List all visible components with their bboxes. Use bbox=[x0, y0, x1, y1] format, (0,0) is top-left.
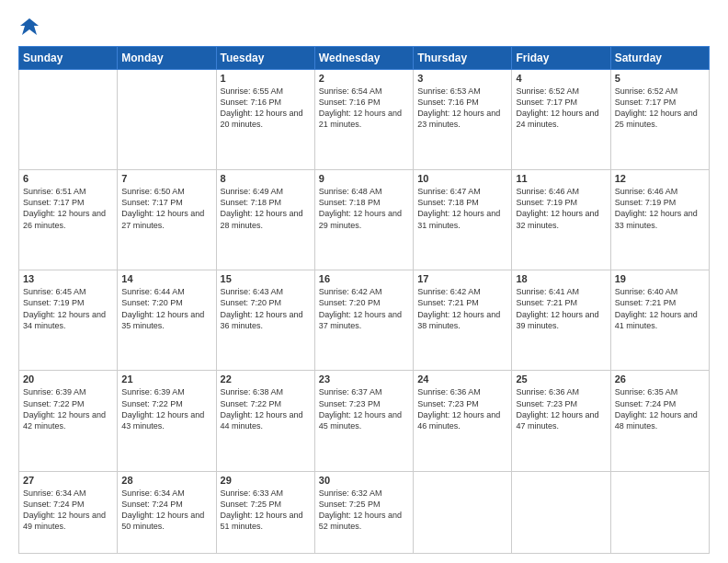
day-info: Sunrise: 6:52 AM Sunset: 7:17 PM Dayligh… bbox=[516, 86, 606, 131]
calendar-cell: 5Sunrise: 6:52 AM Sunset: 7:17 PM Daylig… bbox=[610, 70, 709, 170]
day-info: Sunrise: 6:47 AM Sunset: 7:18 PM Dayligh… bbox=[417, 186, 507, 231]
calendar-cell: 11Sunrise: 6:46 AM Sunset: 7:19 PM Dayli… bbox=[512, 170, 610, 270]
day-info: Sunrise: 6:53 AM Sunset: 7:16 PM Dayligh… bbox=[417, 86, 507, 131]
day-number: 28 bbox=[121, 475, 211, 486]
day-info: Sunrise: 6:40 AM Sunset: 7:21 PM Dayligh… bbox=[615, 286, 705, 331]
week-row-5: 27Sunrise: 6:34 AM Sunset: 7:24 PM Dayli… bbox=[19, 471, 710, 553]
calendar-cell: 24Sunrise: 6:36 AM Sunset: 7:23 PM Dayli… bbox=[414, 371, 512, 471]
day-info: Sunrise: 6:44 AM Sunset: 7:20 PM Dayligh… bbox=[121, 286, 211, 331]
calendar-cell bbox=[414, 471, 512, 553]
day-number: 25 bbox=[516, 373, 606, 385]
day-number: 30 bbox=[319, 475, 409, 486]
calendar-cell bbox=[118, 70, 216, 170]
day-number: 19 bbox=[615, 273, 705, 284]
weekday-header-thursday: Thursday bbox=[414, 47, 512, 70]
weekday-header-monday: Monday bbox=[118, 47, 216, 70]
calendar-cell bbox=[610, 471, 709, 553]
day-info: Sunrise: 6:38 AM Sunset: 7:22 PM Dayligh… bbox=[221, 386, 311, 431]
day-number: 18 bbox=[516, 273, 606, 284]
day-info: Sunrise: 6:41 AM Sunset: 7:21 PM Dayligh… bbox=[516, 286, 606, 331]
week-row-1: 1Sunrise: 6:55 AM Sunset: 7:16 PM Daylig… bbox=[19, 70, 710, 170]
day-number: 11 bbox=[516, 173, 606, 184]
calendar-cell: 18Sunrise: 6:41 AM Sunset: 7:21 PM Dayli… bbox=[512, 270, 610, 371]
day-info: Sunrise: 6:33 AM Sunset: 7:25 PM Dayligh… bbox=[221, 488, 311, 533]
day-info: Sunrise: 6:46 AM Sunset: 7:19 PM Dayligh… bbox=[615, 186, 705, 231]
day-number: 21 bbox=[121, 373, 211, 385]
day-number: 22 bbox=[221, 373, 311, 385]
calendar-cell: 30Sunrise: 6:32 AM Sunset: 7:25 PM Dayli… bbox=[314, 471, 413, 553]
day-info: Sunrise: 6:32 AM Sunset: 7:25 PM Dayligh… bbox=[319, 488, 409, 533]
weekday-header-tuesday: Tuesday bbox=[216, 47, 314, 70]
day-info: Sunrise: 6:46 AM Sunset: 7:19 PM Dayligh… bbox=[516, 186, 606, 231]
day-number: 26 bbox=[615, 373, 705, 385]
day-number: 16 bbox=[319, 273, 409, 284]
calendar-table: SundayMondayTuesdayWednesdayThursdayFrid… bbox=[18, 46, 710, 554]
weekday-header-row: SundayMondayTuesdayWednesdayThursdayFrid… bbox=[19, 47, 710, 70]
day-number: 8 bbox=[221, 173, 311, 184]
calendar-cell: 6Sunrise: 6:51 AM Sunset: 7:17 PM Daylig… bbox=[19, 170, 118, 270]
day-number: 14 bbox=[121, 273, 211, 284]
day-info: Sunrise: 6:37 AM Sunset: 7:23 PM Dayligh… bbox=[319, 386, 409, 431]
calendar-cell: 23Sunrise: 6:37 AM Sunset: 7:23 PM Dayli… bbox=[314, 371, 413, 471]
logo bbox=[18, 17, 39, 37]
day-number: 9 bbox=[319, 173, 409, 184]
day-info: Sunrise: 6:51 AM Sunset: 7:17 PM Dayligh… bbox=[23, 186, 113, 231]
calendar-cell: 29Sunrise: 6:33 AM Sunset: 7:25 PM Dayli… bbox=[216, 471, 314, 553]
calendar-cell: 26Sunrise: 6:35 AM Sunset: 7:24 PM Dayli… bbox=[610, 371, 709, 471]
day-info: Sunrise: 6:52 AM Sunset: 7:17 PM Dayligh… bbox=[615, 86, 705, 131]
calendar-cell: 21Sunrise: 6:39 AM Sunset: 7:22 PM Dayli… bbox=[118, 371, 216, 471]
day-number: 23 bbox=[319, 373, 409, 385]
day-info: Sunrise: 6:45 AM Sunset: 7:19 PM Dayligh… bbox=[23, 286, 113, 331]
calendar-cell: 25Sunrise: 6:36 AM Sunset: 7:23 PM Dayli… bbox=[512, 371, 610, 471]
day-info: Sunrise: 6:34 AM Sunset: 7:24 PM Dayligh… bbox=[121, 488, 211, 533]
calendar-cell: 9Sunrise: 6:48 AM Sunset: 7:18 PM Daylig… bbox=[314, 170, 413, 270]
day-info: Sunrise: 6:36 AM Sunset: 7:23 PM Dayligh… bbox=[417, 386, 507, 431]
day-number: 24 bbox=[417, 373, 507, 385]
day-info: Sunrise: 6:39 AM Sunset: 7:22 PM Dayligh… bbox=[121, 386, 211, 431]
calendar-cell bbox=[19, 70, 118, 170]
day-number: 29 bbox=[221, 475, 311, 486]
weekday-header-sunday: Sunday bbox=[19, 47, 118, 70]
day-number: 4 bbox=[516, 73, 606, 84]
calendar-cell: 19Sunrise: 6:40 AM Sunset: 7:21 PM Dayli… bbox=[610, 270, 709, 371]
calendar-cell: 20Sunrise: 6:39 AM Sunset: 7:22 PM Dayli… bbox=[19, 371, 118, 471]
day-number: 15 bbox=[221, 273, 311, 284]
calendar-cell: 7Sunrise: 6:50 AM Sunset: 7:17 PM Daylig… bbox=[118, 170, 216, 270]
day-number: 17 bbox=[417, 273, 507, 284]
day-info: Sunrise: 6:43 AM Sunset: 7:20 PM Dayligh… bbox=[221, 286, 311, 331]
svg-marker-0 bbox=[20, 18, 39, 35]
calendar-cell: 10Sunrise: 6:47 AM Sunset: 7:18 PM Dayli… bbox=[414, 170, 512, 270]
week-row-2: 6Sunrise: 6:51 AM Sunset: 7:17 PM Daylig… bbox=[19, 170, 710, 270]
day-number: 13 bbox=[23, 273, 113, 284]
day-info: Sunrise: 6:55 AM Sunset: 7:16 PM Dayligh… bbox=[221, 86, 311, 131]
day-info: Sunrise: 6:39 AM Sunset: 7:22 PM Dayligh… bbox=[23, 386, 113, 431]
day-info: Sunrise: 6:35 AM Sunset: 7:24 PM Dayligh… bbox=[615, 386, 705, 431]
day-info: Sunrise: 6:49 AM Sunset: 7:18 PM Dayligh… bbox=[221, 186, 311, 231]
calendar-cell: 15Sunrise: 6:43 AM Sunset: 7:20 PM Dayli… bbox=[216, 270, 314, 371]
page: SundayMondayTuesdayWednesdayThursdayFrid… bbox=[0, 0, 728, 563]
day-info: Sunrise: 6:34 AM Sunset: 7:24 PM Dayligh… bbox=[23, 488, 113, 533]
day-info: Sunrise: 6:42 AM Sunset: 7:21 PM Dayligh… bbox=[417, 286, 507, 331]
calendar-cell: 17Sunrise: 6:42 AM Sunset: 7:21 PM Dayli… bbox=[414, 270, 512, 371]
calendar-cell: 14Sunrise: 6:44 AM Sunset: 7:20 PM Dayli… bbox=[118, 270, 216, 371]
calendar-cell: 12Sunrise: 6:46 AM Sunset: 7:19 PM Dayli… bbox=[610, 170, 709, 270]
day-number: 3 bbox=[417, 73, 507, 84]
calendar-cell: 4Sunrise: 6:52 AM Sunset: 7:17 PM Daylig… bbox=[512, 70, 610, 170]
weekday-header-saturday: Saturday bbox=[610, 47, 709, 70]
logo-bird-icon bbox=[20, 17, 39, 37]
calendar-cell: 27Sunrise: 6:34 AM Sunset: 7:24 PM Dayli… bbox=[19, 471, 118, 553]
week-row-4: 20Sunrise: 6:39 AM Sunset: 7:22 PM Dayli… bbox=[19, 371, 710, 471]
day-number: 12 bbox=[615, 173, 705, 184]
calendar-cell: 3Sunrise: 6:53 AM Sunset: 7:16 PM Daylig… bbox=[414, 70, 512, 170]
weekday-header-wednesday: Wednesday bbox=[314, 47, 413, 70]
day-info: Sunrise: 6:48 AM Sunset: 7:18 PM Dayligh… bbox=[319, 186, 409, 231]
calendar-cell: 1Sunrise: 6:55 AM Sunset: 7:16 PM Daylig… bbox=[216, 70, 314, 170]
day-number: 27 bbox=[23, 475, 113, 486]
calendar-cell: 22Sunrise: 6:38 AM Sunset: 7:22 PM Dayli… bbox=[216, 371, 314, 471]
day-number: 2 bbox=[319, 73, 409, 84]
day-number: 1 bbox=[221, 73, 311, 84]
day-info: Sunrise: 6:54 AM Sunset: 7:16 PM Dayligh… bbox=[319, 86, 409, 131]
day-info: Sunrise: 6:42 AM Sunset: 7:20 PM Dayligh… bbox=[319, 286, 409, 331]
calendar-cell: 13Sunrise: 6:45 AM Sunset: 7:19 PM Dayli… bbox=[19, 270, 118, 371]
day-number: 6 bbox=[23, 173, 113, 184]
